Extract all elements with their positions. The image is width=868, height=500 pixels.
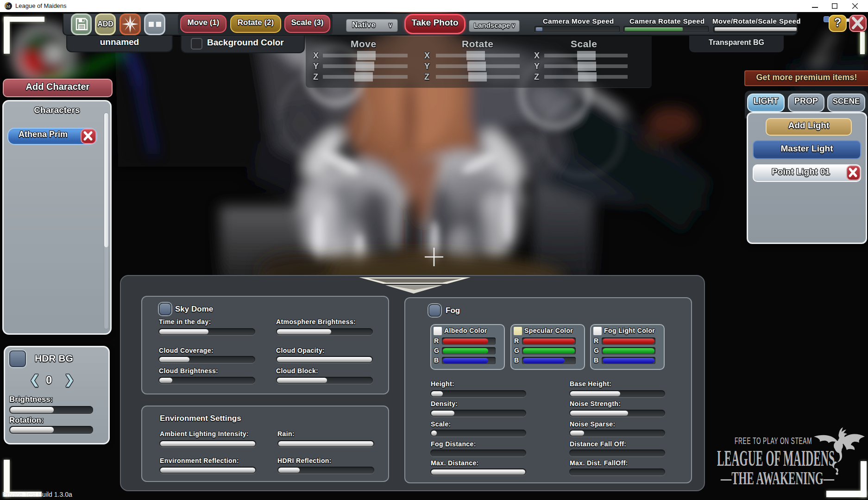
svg-text:M: M (6, 4, 11, 9)
svg-text:—THE AWAKENING—: —THE AWAKENING— (720, 468, 834, 488)
svg-text:LEAGUE OF MAIDENS: LEAGUE OF MAIDENS (717, 446, 835, 470)
svg-text:FREE TO PLAY ON STEAM: FREE TO PLAY ON STEAM (735, 435, 812, 446)
